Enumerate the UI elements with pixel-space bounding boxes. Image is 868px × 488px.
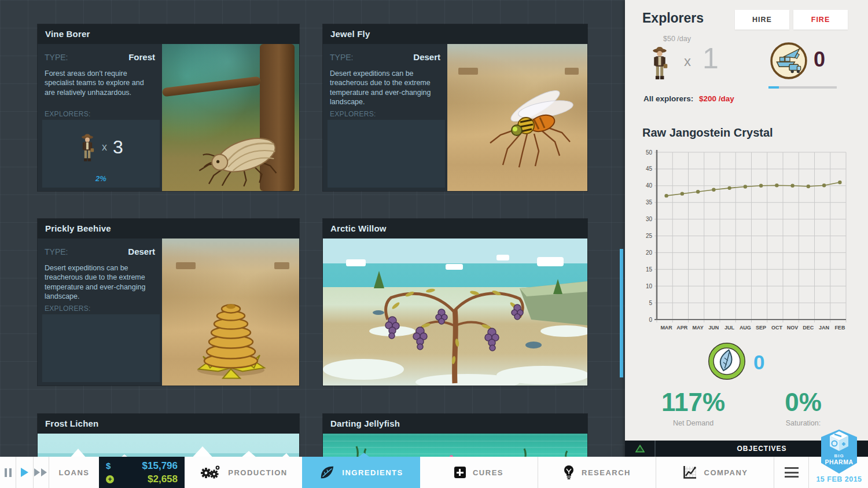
card-title: Frost Lichen	[38, 414, 299, 434]
card-title: Darting Jellyfish	[323, 414, 587, 434]
tab-company[interactable]: COMPANY	[656, 457, 774, 488]
svg-text:50: 50	[646, 149, 653, 156]
svg-text:40: 40	[646, 182, 653, 189]
tab-production[interactable]: PRODUCTION	[185, 457, 302, 488]
pause-button[interactable]	[0, 457, 16, 488]
explorer-slot[interactable]	[42, 314, 160, 382]
cash-balance: $15,796	[142, 460, 178, 472]
warning-triangle-icon	[635, 445, 645, 453]
explorer-count: 1	[703, 42, 719, 75]
explorers-label: EXPLORERS:	[330, 110, 376, 118]
ingredients-map-area: Vine Borer TYPE: Forest Forest areas don…	[0, 0, 625, 488]
explorer-rate: $50 /day	[663, 35, 691, 43]
ingredient-card-prickly-beehive[interactable]: Prickly Beehive TYPE: Desert Desert expe…	[38, 219, 299, 386]
tab-ingredients[interactable]: INGREDIENTS	[302, 457, 420, 488]
type-value: Desert	[128, 247, 155, 256]
logo-text-bottom: PHARMA	[825, 458, 853, 465]
svg-text:AUG: AUG	[740, 325, 751, 331]
svg-text:APR: APR	[676, 325, 688, 331]
explorer-slot[interactable]: x 3 2%	[42, 120, 160, 188]
tree-branch	[162, 76, 261, 97]
svg-text:5: 5	[649, 300, 652, 306]
ingredient-art-forest	[162, 44, 299, 191]
svg-text:45: 45	[646, 166, 653, 172]
objectives-warning-cell[interactable]	[625, 441, 656, 457]
loans-button[interactable]: LOANS	[49, 457, 99, 488]
svg-text:SEP: SEP	[756, 325, 766, 331]
tab-research[interactable]: RESEARCH	[538, 457, 656, 488]
mesa	[274, 262, 289, 269]
explorer-slot[interactable]	[328, 120, 445, 188]
leaf-badge-icon	[707, 342, 746, 381]
exploration-progress: 2%	[42, 174, 160, 183]
tab-cures[interactable]: CURES	[420, 457, 538, 488]
game-date: 15 FEB 2015	[815, 475, 863, 483]
production-label: PRODUCTION	[228, 468, 287, 477]
ingredients-label: INGREDIENTS	[342, 468, 403, 477]
logo-text-top: BIG	[834, 453, 844, 458]
ingredient-card-vine-borer[interactable]: Vine Borer TYPE: Forest Forest areas don…	[38, 24, 299, 191]
shipments-count: 0	[814, 47, 825, 72]
ingredient-card-arctic-willow[interactable]: Arctic Willow	[323, 219, 587, 386]
card-info: TYPE: Desert Desert expeditions can be t…	[323, 44, 447, 191]
fast-forward-icon	[34, 468, 48, 476]
ingredient-art-desert	[162, 239, 299, 386]
type-value: Desert	[413, 52, 440, 62]
svg-text:10: 10	[646, 283, 653, 289]
svg-text:15: 15	[646, 266, 653, 273]
card-title: Jewel Fly	[323, 24, 587, 44]
type-label: TYPE:	[45, 53, 68, 62]
ingredient-stock-count: 0	[753, 351, 764, 374]
svg-text:25: 25	[646, 233, 653, 239]
hire-button[interactable]: HIRE	[735, 10, 789, 30]
fire-button[interactable]: FIRE	[793, 10, 848, 30]
type-label: TYPE:	[45, 247, 68, 256]
prickly-beehive-art	[173, 275, 289, 382]
money-panel: $ $15,796 + $2,658	[99, 457, 185, 488]
card-description: Desert expeditions can be treacherous du…	[45, 263, 155, 301]
svg-text:JAN: JAN	[819, 325, 829, 331]
hamburger-icon	[785, 467, 799, 478]
transport-badge-icon	[770, 42, 808, 80]
vertical-scrollbar-thumb[interactable]	[620, 249, 623, 377]
loans-label: LOANS	[59, 468, 90, 477]
price-history-chart: 05101520253035404550MARAPRMAYJUNJULAUGSE…	[642, 146, 851, 335]
explorer-figure-icon	[649, 45, 670, 81]
svg-text:NOV: NOV	[787, 325, 799, 331]
menu-button[interactable]	[774, 457, 808, 488]
panel-title: Explorers	[642, 10, 704, 26]
svg-text:OCT: OCT	[771, 325, 783, 331]
explorer-count: 3	[113, 137, 123, 158]
explorers-label: EXPLORERS:	[45, 110, 91, 118]
net-demand-label: Net Demand	[647, 419, 740, 427]
svg-text:JUN: JUN	[708, 325, 719, 331]
fast-forward-button[interactable]	[34, 457, 49, 488]
type-label: TYPE:	[330, 53, 353, 62]
svg-text:MAR: MAR	[660, 325, 672, 331]
research-label: RESEARCH	[582, 468, 631, 477]
all-explorers-label: All explorers:	[643, 94, 693, 103]
explorer-figure-icon	[79, 133, 96, 163]
svg-text:0: 0	[649, 317, 652, 323]
ingredient-art-arctic	[323, 239, 587, 386]
card-description: Desert expeditions can be treacherous du…	[330, 69, 440, 107]
svg-text:JUL: JUL	[724, 325, 735, 331]
play-button[interactable]	[16, 457, 33, 488]
leaf-icon	[319, 464, 335, 480]
chart-title: Raw Jangostein Crystal	[642, 126, 773, 140]
cash-symbol: $	[106, 461, 111, 471]
gears-icon	[199, 465, 221, 480]
card-title: Prickly Beehive	[38, 219, 299, 239]
svg-text:30: 30	[646, 216, 653, 222]
mesa	[565, 68, 579, 75]
svg-text:DEC: DEC	[803, 325, 814, 331]
active-tab-notch	[359, 453, 369, 457]
ingredient-art-desert	[447, 44, 587, 191]
lightbulb-icon	[563, 465, 575, 480]
saturation-label: Saturation:	[757, 419, 849, 427]
svg-text:20: 20	[646, 249, 653, 256]
ingredient-card-jewel-fly[interactable]: Jewel Fly TYPE: Desert Desert expedition…	[323, 24, 587, 191]
net-demand-value: 117%	[647, 388, 740, 417]
bottom-toolbar: LOANS $ $15,796 + $2,658	[0, 457, 868, 488]
explorers-label: EXPLORERS:	[45, 304, 91, 313]
